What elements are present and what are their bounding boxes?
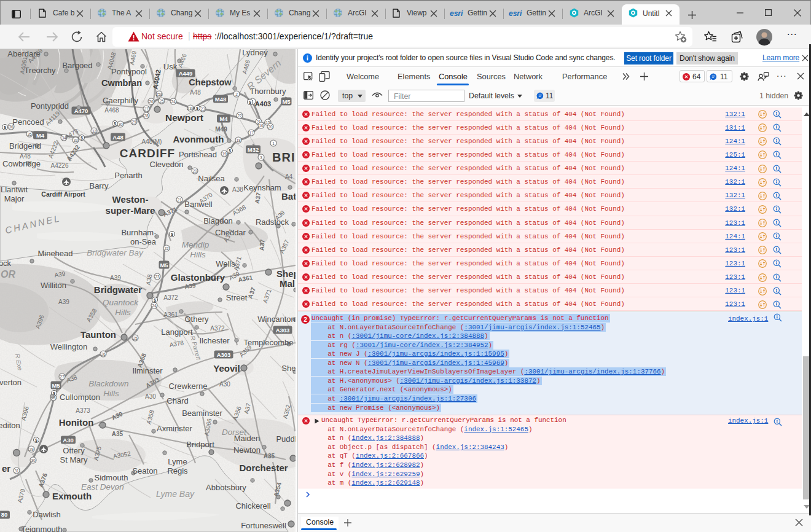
svg-text:Abbotsbury: Abbotsbury [206,483,246,492]
svg-text:A372: A372 [210,325,225,332]
svg-text:Crewkerne: Crewkerne [169,381,208,391]
svg-text:M32: M32 [248,146,259,153]
svg-text:19: 19 [222,152,227,156]
svg-text:$: $ [80,136,83,141]
svg-text:28: 28 [144,114,149,118]
svg-text:31: 31 [14,469,19,473]
svg-text:A39: A39 [110,275,121,281]
svg-text:M5: M5 [52,382,60,389]
svg-text:Pontypridd: Pontypridd [31,101,69,111]
svg-text:Mendip: Mendip [182,240,210,249]
svg-text:er: er [2,463,10,474]
svg-text:A37: A37 [258,239,266,251]
svg-text:18: 18 [236,138,241,143]
svg-text:M48: M48 [215,96,226,103]
svg-text:Ottery: Ottery [63,446,85,455]
svg-text:A48: A48 [20,153,31,160]
svg-text:2: 2 [235,92,238,96]
svg-text:Ilchester: Ilchester [199,336,230,345]
svg-text:BRIST: BRIST [272,151,296,164]
svg-text:Hills: Hills [190,250,206,259]
svg-text:Wellington: Wellington [50,342,87,351]
svg-text:Barry: Barry [89,181,109,190]
svg-text:Street: Street [226,293,248,302]
svg-text:Penarth: Penarth [114,171,143,180]
svg-text:Minehead: Minehead [37,249,72,258]
svg-text:$: $ [4,125,6,130]
svg-text:Cardiff Airport: Cardiff Airport [41,190,85,198]
svg-text:$: $ [171,232,173,237]
svg-text:Avonmouth: Avonmouth [173,134,224,144]
svg-text:Puddl: Puddl [276,434,296,444]
svg-text:26: 26 [149,100,154,104]
svg-text:A48: A48 [112,134,123,141]
svg-text:A470: A470 [74,108,88,114]
svg-text:Major: Major [4,194,25,203]
svg-text:A373: A373 [76,407,90,414]
svg-text:Mal: Mal [280,278,295,289]
svg-text:A35: A35 [264,453,275,460]
svg-text:Llantwit: Llantwit [1,185,28,194]
svg-text:24: 24 [152,303,157,308]
svg-text:verton: verton [0,378,22,387]
svg-text:ock: ock [0,259,12,268]
svg-text:A48: A48 [190,89,201,96]
svg-text:21: 21 [177,198,182,202]
svg-text:Blackdown: Blackdown [88,379,128,388]
svg-text:A30: A30 [219,381,230,388]
svg-text:$: $ [114,122,116,127]
svg-text:A361: A361 [163,311,178,318]
svg-text:A48(M): A48(M) [142,138,162,145]
svg-text:20: 20 [268,125,273,129]
svg-text:Lyme: Lyme [168,457,187,466]
svg-text:editon: editon [0,421,20,430]
svg-text:St Mary: St Mary [60,455,88,464]
svg-text:A303: A303 [276,327,290,334]
svg-text:A449: A449 [179,70,193,77]
svg-text:Dawlish: Dawlish [33,510,61,519]
svg-text:$: $ [229,149,231,154]
svg-text:Yeovil: Yeovil [213,363,240,374]
svg-text:25: 25 [159,99,164,103]
svg-text:M5: M5 [160,262,168,268]
svg-text:1: 1 [272,141,275,146]
svg-text:A403: A403 [255,100,271,108]
svg-text:35: 35 [27,132,32,136]
svg-text:Regis: Regis [167,466,188,475]
svg-text:A4226: A4226 [51,162,69,169]
svg-text:Dorchester: Dorchester [239,463,288,473]
svg-text:Chickerell: Chickerell [235,501,270,510]
svg-text:29: 29 [29,447,34,452]
svg-text:OR: OR [1,269,15,280]
svg-text:$: $ [249,100,251,105]
svg-text:A30: A30 [63,437,73,444]
svg-text:30: 30 [31,458,36,463]
svg-text:Burnham-: Burnham- [121,228,156,237]
svg-text:$: $ [196,106,198,111]
svg-text:Beaminster: Beaminster [182,409,222,418]
svg-text:Chard: Chard [167,396,188,405]
svg-text:25a: 25a [156,92,163,96]
svg-text:Weston-: Weston- [112,194,149,205]
svg-text:23a: 23a [187,106,194,111]
svg-text:Lyme Bay: Lyme Bay [156,489,195,499]
svg-text:Bat: Bat [281,191,296,201]
svg-text:33: 33 [73,138,78,143]
svg-text:Hills: Hills [103,389,119,398]
svg-text:Axminster: Axminster [157,424,192,433]
svg-text:M49: M49 [215,126,227,133]
svg-text:M4: M4 [36,132,45,139]
svg-text:Nailsea: Nailsea [198,174,225,183]
svg-text:32: 32 [92,129,96,133]
svg-text:Sher: Sher [281,364,296,373]
svg-text:Dorset: Dorset [222,428,247,437]
svg-text:$: $ [35,438,37,443]
svg-text:20: 20 [192,169,197,173]
svg-text:24: 24 [171,100,176,104]
svg-text:17: 17 [249,131,254,135]
svg-text:16: 16 [259,123,264,128]
svg-text:27: 27 [144,107,149,111]
svg-text:Exmouth: Exmouth [52,491,92,501]
svg-text:Newton: Newton [233,445,261,455]
svg-text:Templecombe: Templecombe [244,338,294,347]
